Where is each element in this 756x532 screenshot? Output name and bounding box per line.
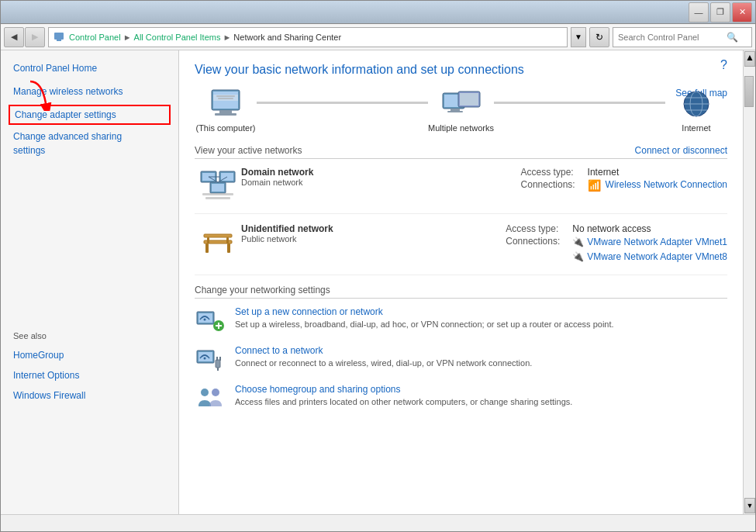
- see-also-title: See also: [13, 331, 166, 340]
- breadcrumb-control-panel[interactable]: Control Panel: [69, 33, 121, 42]
- svg-rect-6: [215, 113, 236, 116]
- address-dropdown[interactable]: ▼: [571, 27, 586, 47]
- vmnet1-icon: 🔌: [572, 236, 584, 249]
- see-also-section: See also HomeGroup Internet Options Wind…: [1, 331, 178, 406]
- homegroup-content: Choose homegroup and sharing options Acc…: [235, 384, 572, 408]
- internet-icon: [676, 88, 716, 120]
- breadcrumb-all-items[interactable]: All Control Panel Items: [134, 33, 221, 42]
- svg-rect-26: [212, 184, 224, 192]
- scrollbar[interactable]: ▲ ▼: [743, 50, 755, 514]
- help-button[interactable]: ?: [720, 58, 727, 72]
- main-layout: Control Panel Home Manage wireless netwo…: [1, 50, 755, 514]
- breadcrumb-icon: [54, 31, 64, 43]
- svg-rect-31: [205, 197, 230, 199]
- computer-icon: [205, 88, 246, 120]
- vmnet1-link[interactable]: 🔌 VMware Network Adapter VMnet1: [572, 236, 727, 249]
- svg-rect-5: [219, 110, 232, 113]
- scroll-track: [744, 67, 755, 497]
- net-item-computer: (This computer): [195, 88, 257, 133]
- scroll-up-button[interactable]: ▲: [744, 51, 755, 67]
- minimize-button[interactable]: —: [689, 2, 709, 22]
- active-networks-label: View your active networks: [195, 145, 302, 156]
- domain-icon: [195, 167, 241, 204]
- net-label-multiple: Multiple networks: [428, 123, 494, 133]
- search-input[interactable]: [618, 33, 727, 42]
- main-window: — ❐ ✕ ◀ ▶ Control Panel ► All Control Pa…: [0, 0, 756, 532]
- svg-point-52: [212, 389, 219, 396]
- new-connection-desc: Set up a wireless, broadband, dial-up, a…: [235, 319, 614, 330]
- svg-rect-37: [226, 237, 229, 244]
- homegroup-link[interactable]: Choose homegroup and sharing options: [235, 384, 572, 395]
- new-connection-content: Set up a new connection or network Set u…: [235, 306, 614, 330]
- sidebar-item-control-panel-home[interactable]: Control Panel Home: [1, 58, 178, 78]
- svg-rect-15: [447, 111, 463, 112]
- sidebar-item-windows-firewall[interactable]: Windows Firewall: [13, 385, 166, 406]
- title-bar-buttons: — ❐ ✕: [689, 2, 752, 22]
- scroll-down-button[interactable]: ▼: [744, 498, 755, 513]
- svg-rect-14: [450, 109, 460, 111]
- search-box[interactable]: 🔍: [613, 27, 752, 47]
- title-bar: — ❐ ✕: [1, 1, 755, 24]
- refresh-button[interactable]: ↻: [589, 27, 609, 47]
- connections-label: Connections:: [521, 179, 583, 192]
- setting-item-connect-network: Connect to a network Connect or reconnec…: [195, 345, 727, 373]
- domain-network-access: Access type: Internet Connections: 📶 Wir…: [521, 167, 727, 204]
- active-networks-header: View your active networks Connect or dis…: [195, 145, 727, 159]
- new-connection-icon: [195, 306, 226, 334]
- multiple-networks-icon: [441, 88, 482, 120]
- connect-network-desc: Connect or reconnect to a wireless, wire…: [235, 358, 532, 369]
- status-bar: [1, 514, 755, 531]
- setting-item-homegroup: Choose homegroup and sharing options Acc…: [195, 384, 727, 412]
- settings-section: Change your networking settings: [195, 285, 727, 412]
- sidebar-item-change-adapter[interactable]: Change adapter settings: [9, 105, 171, 125]
- sidebar-item-homegroup[interactable]: HomeGroup: [13, 345, 166, 365]
- address-breadcrumb[interactable]: Control Panel ► All Control Panel Items …: [48, 27, 568, 47]
- net-line-2: [494, 102, 665, 104]
- vmnet8-icon: 🔌: [572, 250, 584, 264]
- connections-label-2: Connections:: [506, 236, 568, 264]
- sidebar-item-change-advanced[interactable]: Change advanced sharing settings: [1, 126, 178, 161]
- vmnet8-link[interactable]: 🔌 VMware Network Adapter VMnet8: [572, 250, 727, 264]
- unidentified-network-access: Access type: No network access Connectio…: [506, 223, 727, 265]
- unidentified-network-card: Unidentified network Public network Acce…: [195, 223, 727, 275]
- search-icon[interactable]: 🔍: [727, 32, 738, 43]
- close-button[interactable]: ✕: [732, 2, 752, 22]
- sidebar-item-internet-options[interactable]: Internet Options: [13, 365, 166, 385]
- svg-rect-34: [205, 244, 209, 253]
- page-title: View your basic network information and …: [195, 63, 727, 77]
- svg-point-51: [201, 389, 209, 396]
- network-diagram: (This computer): [195, 88, 727, 133]
- forward-button[interactable]: ▶: [25, 27, 45, 47]
- svg-rect-35: [227, 244, 230, 253]
- domain-access-type-row: Access type: Internet: [521, 167, 727, 178]
- svg-rect-36: [207, 237, 209, 244]
- homegroup-icon: [195, 384, 226, 412]
- settings-header: Change your networking settings: [195, 285, 727, 299]
- vmware-connections: 🔌 VMware Network Adapter VMnet1 🔌 VMware…: [572, 236, 727, 264]
- unidentified-network-type: Public network: [241, 234, 490, 244]
- domain-access-value: Internet: [588, 167, 620, 178]
- restore-button[interactable]: ❐: [710, 2, 730, 22]
- svg-rect-49: [219, 357, 221, 361]
- wifi-signal-icon: 📶: [588, 179, 601, 192]
- net-item-internet: Internet: [665, 88, 727, 133]
- svg-rect-13: [460, 93, 478, 105]
- sidebar-item-manage-wireless[interactable]: Manage wireless networks: [1, 81, 178, 102]
- svg-rect-1: [57, 40, 61, 41]
- sidebar: Control Panel Home Manage wireless netwo…: [1, 50, 179, 514]
- new-connection-link[interactable]: Set up a new connection or network: [235, 306, 614, 317]
- unidentified-network-info: Unidentified network Public network: [241, 223, 490, 265]
- svg-point-46: [204, 357, 206, 359]
- domain-network-name: Domain network: [241, 167, 506, 178]
- svg-rect-33: [204, 234, 232, 237]
- setting-item-new-connection: Set up a new connection or network Set u…: [195, 306, 727, 334]
- domain-connection-row: Connections: 📶 Wireless Network Connecti…: [521, 179, 727, 192]
- net-line-1: [257, 102, 428, 104]
- connect-or-disconnect-link[interactable]: Connect or disconnect: [635, 145, 727, 156]
- scroll-thumb[interactable]: [744, 76, 754, 107]
- connect-network-link[interactable]: Connect to a network: [235, 345, 532, 356]
- svg-rect-47: [216, 360, 220, 368]
- back-button[interactable]: ◀: [4, 27, 24, 47]
- wireless-connection-link[interactable]: Wireless Network Connection: [606, 179, 727, 192]
- connect-network-content: Connect to a network Connect or reconnec…: [235, 345, 532, 369]
